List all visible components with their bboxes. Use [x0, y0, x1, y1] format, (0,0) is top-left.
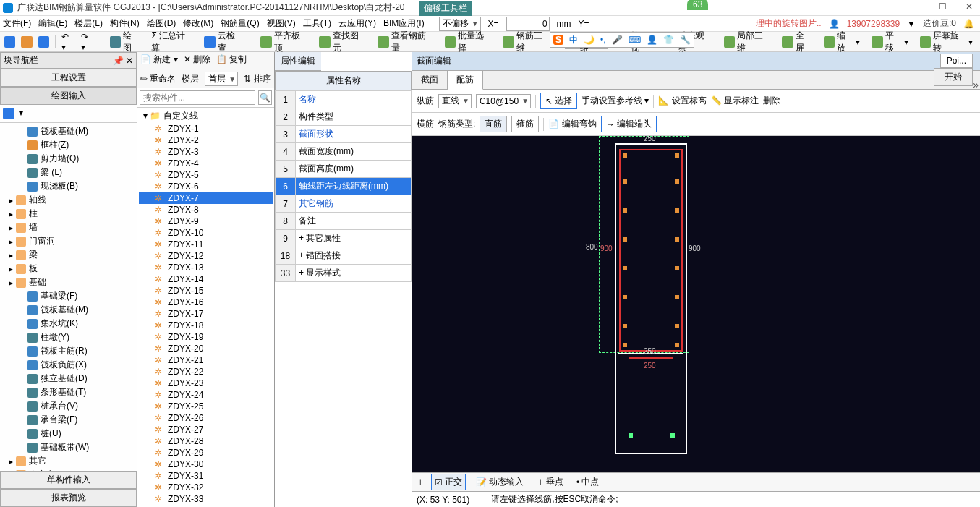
nav-item[interactable]: 框柱(Z): [1, 138, 135, 152]
nav-tab-project[interactable]: 工程设置: [0, 69, 137, 87]
rebar-3d-button[interactable]: 钢筋三维: [500, 28, 553, 56]
fullscreen-button[interactable]: 全屏: [779, 28, 815, 56]
start-button[interactable]: 开始: [934, 68, 973, 86]
prop-row[interactable]: 6轴线距左边线距离(mm): [276, 178, 412, 195]
nav-item[interactable]: 筏板基础(M): [1, 124, 135, 138]
nav-item[interactable]: 梁 (L): [1, 166, 135, 179]
floor-dropdown[interactable]: 首层▼: [205, 72, 238, 86]
nav-item[interactable]: 基础梁(F): [1, 289, 135, 303]
nav-item[interactable]: 集水坑(K): [1, 317, 135, 331]
nav-tab-single[interactable]: 单构件输入: [0, 471, 137, 489]
member-item[interactable]: ✲ ZDYX-8: [139, 204, 273, 216]
member-item[interactable]: ✲ ZDYX-32: [139, 482, 273, 493]
sort-button[interactable]: ⇅ 排序: [244, 73, 270, 85]
spec-dropdown[interactable]: C10@150▼: [476, 94, 531, 108]
show-dim-button[interactable]: 📏 显示标注: [711, 95, 759, 107]
member-item[interactable]: ✲ ZDYX-2: [139, 135, 273, 146]
menu-floor[interactable]: 楼层(L): [74, 17, 103, 30]
open-icon[interactable]: [21, 36, 32, 48]
nav-item[interactable]: 柱墩(Y): [1, 331, 135, 344]
nav-item[interactable]: 筏板基础(M): [1, 303, 135, 317]
undo-icon[interactable]: ↶ ▾: [61, 32, 75, 52]
member-item[interactable]: ✲ ZDYX-16: [139, 297, 273, 308]
ime-moon-icon[interactable]: 🌙: [584, 35, 595, 45]
member-item[interactable]: ✲ ZDYX-4: [139, 158, 273, 169]
member-item[interactable]: ✲ ZDYX-13: [139, 262, 273, 273]
nav-item[interactable]: ▸ 墙: [1, 221, 135, 234]
redo-icon[interactable]: ↷ ▾: [81, 32, 95, 52]
prop-row[interactable]: 33+ 显示样式: [276, 265, 412, 282]
stirrup-button[interactable]: 箍筋: [511, 116, 539, 132]
member-item[interactable]: ✲ ZDYX-27: [139, 424, 273, 435]
ime-punct-icon[interactable]: •,: [600, 35, 606, 45]
overflow-icon[interactable]: »: [973, 79, 979, 90]
snap-perp-toggle[interactable]: ⊥ 垂点: [534, 474, 566, 490]
set-elev-button[interactable]: 📐 设置标高: [658, 95, 706, 107]
draw-button[interactable]: 绘图: [107, 28, 143, 56]
edit-hook-button[interactable]: 📄 编辑弯钩: [548, 118, 596, 130]
notification-badge[interactable]: 63: [687, 0, 708, 10]
nav-tab-report[interactable]: 报表预览: [0, 489, 137, 507]
tab-section[interactable]: 截面: [412, 71, 448, 89]
member-item[interactable]: ✲ ZDYX-31: [139, 470, 273, 482]
nav-item[interactable]: ▸ 其它: [1, 454, 135, 468]
nav-item[interactable]: 现浇板(B): [1, 179, 135, 193]
prop-row[interactable]: 7其它钢筋: [276, 195, 412, 213]
prop-row[interactable]: 18+ 锚固搭接: [276, 247, 412, 265]
section-canvas[interactable]: 250 900 900 800 250 250: [412, 136, 980, 472]
prop-row[interactable]: 8备注: [276, 213, 412, 230]
phone-label[interactable]: 13907298339: [847, 19, 900, 29]
nav-item[interactable]: 剪力墙(Q): [1, 152, 135, 166]
filter-icon[interactable]: [3, 108, 14, 119]
member-item[interactable]: ✲ ZDYX-33: [139, 493, 273, 505]
minimize-icon[interactable]: —: [907, 1, 924, 12]
maximize-icon[interactable]: ☐: [934, 1, 951, 12]
member-item[interactable]: ✲ ZDYX-1: [139, 123, 273, 135]
nav-item[interactable]: 筏板负筋(X): [1, 358, 135, 372]
search-button[interactable]: 🔍: [258, 90, 272, 105]
member-root[interactable]: ▾ 📁 自定义线: [139, 109, 273, 123]
close-icon[interactable]: ✕: [961, 1, 977, 12]
member-item[interactable]: ✲ ZDYX-3: [139, 146, 273, 158]
ime-kbd-icon[interactable]: ⌨: [629, 35, 641, 45]
prop-row[interactable]: 1名称: [276, 91, 412, 108]
nav-tree[interactable]: 筏板基础(M)框柱(Z)剪力墙(Q)梁 (L)现浇板(B)▸ 轴线▸ 柱▸ 墙▸…: [0, 123, 137, 471]
cloud-check-button[interactable]: 云检查: [201, 28, 245, 56]
dyn-input-toggle[interactable]: 📝 动态输入: [473, 474, 527, 490]
member-item[interactable]: ✲ ZDYX-21: [139, 354, 273, 366]
manual-ref-button[interactable]: 手动设置参考线 ▾: [581, 95, 649, 107]
nav-item[interactable]: 条形基础(T): [1, 385, 135, 399]
member-item[interactable]: ✲ ZDYX-29: [139, 447, 273, 459]
member-item[interactable]: ✲ ZDYX-23: [139, 378, 273, 389]
property-table[interactable]: 1名称2构件类型3截面形状4截面宽度(mm)5截面高度(mm)6轴线距左边线距离…: [275, 90, 412, 282]
ime-user-icon[interactable]: 👤: [647, 35, 657, 45]
bell-icon[interactable]: 🔔: [963, 19, 974, 29]
member-item[interactable]: ✲ ZDYX-25: [139, 401, 273, 412]
menu-edit[interactable]: 编辑(E): [38, 17, 67, 30]
menu-file[interactable]: 文件(F): [3, 17, 31, 30]
straight-button[interactable]: 直筋: [480, 116, 507, 132]
delete-button[interactable]: ✕ 删除: [184, 54, 210, 66]
prop-row[interactable]: 9+ 其它属性: [276, 230, 412, 247]
snap-mid-toggle[interactable]: • 中点: [574, 474, 602, 490]
nav-item[interactable]: 筏板主筋(R): [1, 344, 135, 358]
member-item[interactable]: ✲ ZDYX-9: [139, 216, 273, 227]
new-button[interactable]: 📄 新建 ▾: [140, 54, 178, 66]
nav-item[interactable]: 独立基础(D): [1, 372, 135, 385]
nav-item[interactable]: ▸ 轴线: [1, 193, 135, 207]
ime-wrench-icon[interactable]: 🔧: [680, 35, 691, 45]
member-item[interactable]: ✲ ZDYX-22: [139, 366, 273, 378]
prop-row[interactable]: 2构件类型: [276, 108, 412, 126]
align-top-button[interactable]: 平齐板顶: [257, 28, 310, 56]
member-item[interactable]: ✲ ZDYX-20: [139, 343, 273, 354]
edit-end-button[interactable]: → 编辑端头: [601, 116, 657, 132]
prop-row[interactable]: 5截面高度(mm): [276, 161, 412, 178]
sum-button[interactable]: Σ 汇总计算: [148, 28, 195, 56]
nav-item[interactable]: 桩承台(V): [1, 399, 135, 413]
ortho-icon[interactable]: ⊥: [417, 477, 424, 487]
search-input[interactable]: [140, 90, 255, 105]
member-tree[interactable]: ▾ 📁 自定义线✲ ZDYX-1✲ ZDYX-2✲ ZDYX-3✲ ZDYX-4…: [137, 108, 274, 507]
prop-row[interactable]: 3截面形状: [276, 126, 412, 143]
ime-mic-icon[interactable]: 🎤: [612, 35, 623, 45]
expand-icon[interactable]: ▾: [19, 108, 23, 119]
